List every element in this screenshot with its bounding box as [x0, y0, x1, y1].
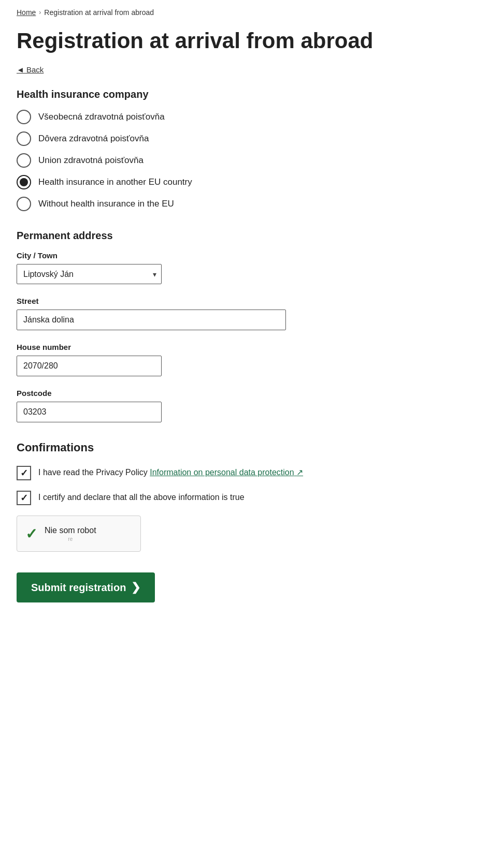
radio-item-vzp[interactable]: Všeobecná zdravotná poisťovňa: [17, 110, 471, 124]
postcode-input[interactable]: [17, 402, 162, 422]
privacy-label: I have read the Privacy Policy Informati…: [38, 466, 303, 478]
city-select[interactable]: Liptovský Ján: [17, 264, 162, 284]
privacy-checkmark: ✓: [20, 467, 28, 479]
radio-item-eu[interactable]: Health insurance in another EU country: [17, 175, 471, 189]
city-select-wrapper: Liptovský Ján ▾: [17, 264, 162, 284]
radio-circle-vzp: [17, 110, 31, 124]
recaptcha-content: Nie som robot re: [45, 526, 96, 542]
insurance-section-title: Health insurance company: [17, 89, 471, 100]
privacy-checkbox[interactable]: ✓: [17, 466, 31, 480]
street-input[interactable]: [17, 310, 286, 330]
insurance-radio-group: Všeobecná zdravotná poisťovňa Dôvera zdr…: [17, 110, 471, 211]
submit-button-label: Submit registration: [31, 582, 126, 594]
house-number-label: House number: [17, 343, 471, 351]
postcode-field-group: Postcode: [17, 389, 471, 422]
page-title: Registration at arrival from abroad: [17, 29, 471, 53]
radio-inner-eu: [20, 178, 28, 186]
breadcrumb-separator: ›: [39, 9, 41, 16]
address-section-title: Permanent address: [17, 230, 471, 242]
city-field-group: City / Town Liptovský Ján ▾: [17, 251, 471, 284]
radio-circle-dovera: [17, 131, 31, 146]
certify-checkbox-item: ✓ I certify and declare that all the abo…: [17, 491, 471, 505]
city-label: City / Town: [17, 251, 471, 260]
radio-circle-eu: [17, 175, 31, 189]
breadcrumb-home[interactable]: Home: [17, 8, 36, 17]
submit-button[interactable]: Submit registration ❯: [17, 572, 155, 602]
house-number-field-group: House number: [17, 343, 471, 376]
recaptcha-box[interactable]: ✓ Nie som robot re: [17, 516, 141, 552]
certify-label: I certify and declare that all the above…: [38, 491, 245, 503]
certify-checkmark: ✓: [20, 492, 28, 504]
radio-item-none[interactable]: Without health insurance in the EU: [17, 197, 471, 211]
radio-item-union[interactable]: Union zdravotná poisťovňa: [17, 153, 471, 168]
address-section: Permanent address City / Town Liptovský …: [17, 230, 471, 422]
radio-item-dovera[interactable]: Dôvera zdravotná poisťovňa: [17, 131, 471, 146]
recaptcha-checkmark: ✓: [25, 525, 37, 542]
insurance-section: Health insurance company Všeobecná zdrav…: [17, 89, 471, 211]
back-link[interactable]: ◄ Back: [17, 65, 44, 74]
privacy-text-before: I have read the Privacy Policy: [38, 468, 150, 477]
radio-label-dovera: Dôvera zdravotná poisťovňa: [38, 134, 149, 144]
privacy-checkbox-item: ✓ I have read the Privacy Policy Informa…: [17, 466, 471, 480]
certify-checkbox[interactable]: ✓: [17, 491, 31, 505]
postcode-label: Postcode: [17, 389, 471, 398]
radio-label-eu: Health insurance in another EU country: [38, 177, 192, 187]
house-number-input[interactable]: [17, 356, 162, 376]
breadcrumb: Home › Registration at arrival from abro…: [17, 0, 471, 21]
street-label: Street: [17, 297, 471, 305]
radio-label-none: Without health insurance in the EU: [38, 199, 174, 209]
radio-circle-none: [17, 197, 31, 211]
breadcrumb-current: Registration at arrival from abroad: [44, 8, 154, 17]
street-field-group: Street: [17, 297, 471, 330]
privacy-policy-link[interactable]: Information on personal data protection …: [150, 468, 303, 477]
confirmations-title: Confirmations: [17, 441, 471, 454]
radio-label-vzp: Všeobecná zdravotná poisťovňa: [38, 112, 165, 122]
submit-arrow-icon: ❯: [131, 581, 140, 594]
recaptcha-subtext: re: [45, 536, 96, 542]
confirmations-section: Confirmations ✓ I have read the Privacy …: [17, 441, 471, 552]
radio-circle-union: [17, 153, 31, 168]
recaptcha-text: Nie som robot: [45, 526, 96, 535]
radio-label-union: Union zdravotná poisťovňa: [38, 155, 143, 166]
